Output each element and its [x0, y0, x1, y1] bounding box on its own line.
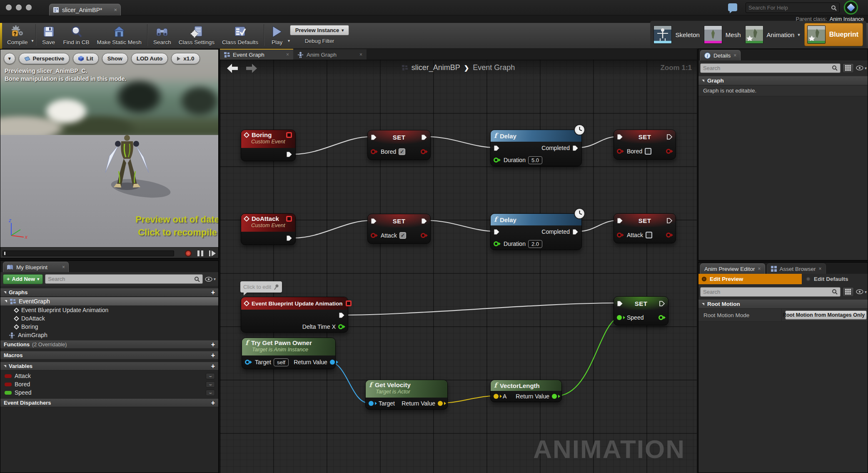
node-comment-bubble[interactable]: Click to edit: [240, 281, 282, 293]
variable-attack-row[interactable]: Attack ⌣: [0, 372, 218, 380]
anim-preview-view-options[interactable]: ▾: [856, 289, 867, 294]
event-dispatchers-section-header[interactable]: Event Dispatchers +: [0, 398, 218, 407]
source-control-status-icon[interactable]: [844, 0, 858, 15]
help-search[interactable]: [746, 3, 840, 13]
anim-graph-tab[interactable]: Anim Graph ×: [293, 49, 367, 60]
exec-out-pin[interactable]: [421, 134, 427, 140]
bool-in-pin[interactable]: [617, 149, 622, 154]
window-control-3[interactable]: [26, 5, 32, 10]
record-button[interactable]: [185, 250, 192, 257]
mode-skeleton[interactable]: Skeleton: [653, 25, 699, 44]
target-pin[interactable]: [245, 360, 250, 365]
node-enabled-badge[interactable]: [286, 132, 292, 138]
node-delay-1[interactable]: f Delay Completed Duration 5.0: [490, 130, 582, 166]
boring-row[interactable]: Boring: [0, 323, 218, 331]
node-delay-2[interactable]: f Delay Completed Duration 2.0: [490, 213, 582, 250]
details-view-options[interactable]: ▾: [856, 65, 867, 70]
play-button[interactable]: Play: [266, 23, 288, 47]
preview-viewport[interactable]: ▾ Perspective Lit Show LOD Auto x1.0 Pre…: [0, 49, 219, 258]
functions-section-header[interactable]: Functions (2 Overridable) +: [0, 340, 218, 349]
add-new-button[interactable]: + Add New ▾: [3, 274, 43, 284]
details-tab[interactable]: i Details ×: [700, 50, 741, 60]
tab-close-icon[interactable]: ×: [359, 52, 362, 58]
tab-close-icon[interactable]: ×: [819, 266, 822, 272]
variable-visibility-icon[interactable]: ⌣: [206, 373, 215, 379]
bool-out-pin[interactable]: [421, 233, 426, 238]
asset-tab-close-icon[interactable]: ×: [114, 7, 117, 13]
node-event-update-animation[interactable]: Event Blueprint Update Animation Delta T…: [241, 297, 348, 333]
exec-in-pin[interactable]: [617, 300, 623, 307]
bool-in-pin[interactable]: [371, 149, 376, 154]
target-self-value[interactable]: self: [274, 358, 289, 366]
help-search-input[interactable]: [748, 5, 831, 11]
node-boring[interactable]: Boring Custom Event: [241, 130, 296, 161]
exec-out-pin[interactable]: [339, 312, 345, 318]
mode-blueprint-active[interactable]: Blueprint: [804, 23, 863, 46]
bool-in-pin[interactable]: [371, 233, 376, 238]
anim-preview-search-input[interactable]: [703, 289, 832, 295]
root-motion-mode-dropdown[interactable]: Root Motion from Montages Only ▾: [785, 310, 867, 320]
a-pin[interactable]: [494, 394, 499, 399]
duration-pin[interactable]: [494, 241, 499, 246]
node-enabled-badge[interactable]: [286, 216, 292, 222]
feedback-bubble-icon[interactable]: [728, 3, 737, 11]
bool-out-pin[interactable]: [666, 149, 671, 154]
pause-button[interactable]: [197, 250, 203, 256]
playback-speed-button[interactable]: x1.0: [171, 53, 200, 64]
viewport-options-button[interactable]: ▾: [4, 53, 15, 64]
variable-visibility-icon[interactable]: ⌣: [206, 390, 215, 396]
tab-close-icon[interactable]: ×: [758, 266, 761, 272]
recompile-warning[interactable]: Preview out of date Click to recompile: [135, 213, 219, 239]
anim-preview-search[interactable]: [700, 287, 841, 297]
bool-in-pin[interactable]: [617, 233, 622, 238]
event-graph-tab[interactable]: Event Graph ×: [220, 49, 293, 60]
edit-defaults-toggle[interactable]: Edit Defaults: [802, 274, 868, 284]
exec-in-pin[interactable]: [371, 134, 377, 140]
my-blueprint-search[interactable]: [45, 274, 203, 284]
property-matrix-button[interactable]: [843, 287, 854, 297]
node-vector-length[interactable]: f VectorLength A Return Value: [490, 380, 562, 402]
variable-visibility-icon[interactable]: ⌣: [206, 381, 215, 388]
return-value-pin[interactable]: [330, 360, 335, 365]
exec-out-pin-completed[interactable]: [572, 229, 579, 235]
graphs-section-header[interactable]: Graphs +: [0, 288, 218, 297]
node-set-attack-true[interactable]: SET Attack ✓: [367, 214, 431, 244]
exec-out-pin[interactable]: [421, 218, 427, 224]
float-in-pin[interactable]: [617, 315, 622, 320]
lit-button[interactable]: Lit: [73, 53, 99, 64]
animation-mode-caret[interactable]: ▾: [798, 32, 800, 38]
timeline-scrubber[interactable]: [2, 250, 174, 256]
graph-section-header[interactable]: Graph: [698, 76, 868, 85]
duration-pin[interactable]: [494, 158, 499, 163]
return-value-pin[interactable]: [438, 401, 443, 406]
property-matrix-button[interactable]: [843, 63, 854, 73]
tab-close-icon[interactable]: ×: [733, 53, 736, 58]
mode-mesh[interactable]: Mesh: [704, 25, 741, 44]
expander-icon[interactable]: [5, 300, 7, 303]
exec-in-pin[interactable]: [617, 218, 623, 224]
my-blueprint-tab[interactable]: My Blueprint ×: [3, 262, 69, 272]
details-search-input[interactable]: [703, 65, 832, 71]
variable-bored-row[interactable]: Bored ⌣: [0, 380, 218, 388]
find-in-cb-button[interactable]: Find in CB: [60, 23, 93, 47]
eventgraph-row[interactable]: EventGraph: [0, 297, 218, 305]
animgraph-row[interactable]: AnimGraph: [0, 331, 218, 339]
exec-out-pin[interactable]: [666, 134, 673, 140]
exec-in-pin[interactable]: [494, 145, 500, 151]
anim-preview-editor-tab[interactable]: Anim Preview Editor ×: [700, 263, 765, 274]
my-blueprint-search-input[interactable]: [48, 276, 194, 282]
duration-value[interactable]: 5.0: [528, 156, 542, 164]
add-function-icon[interactable]: +: [211, 341, 215, 348]
save-button[interactable]: Save: [38, 23, 60, 47]
class-defaults-button[interactable]: Class Defaults: [218, 23, 262, 47]
exec-out-pin[interactable]: [659, 300, 665, 307]
make-static-mesh-button[interactable]: Make Static Mesh: [93, 23, 145, 47]
bool-value-checkbox-unchecked[interactable]: [645, 148, 651, 155]
exec-out-pin-completed[interactable]: [572, 145, 579, 151]
add-dispatcher-icon[interactable]: +: [211, 399, 215, 407]
exec-out-pin[interactable]: [666, 218, 673, 224]
perspective-button[interactable]: Perspective: [19, 53, 70, 64]
node-set-bored-false[interactable]: SET Bored: [614, 130, 676, 160]
window-control-2[interactable]: [16, 5, 22, 10]
tab-close-icon[interactable]: ×: [62, 264, 65, 270]
